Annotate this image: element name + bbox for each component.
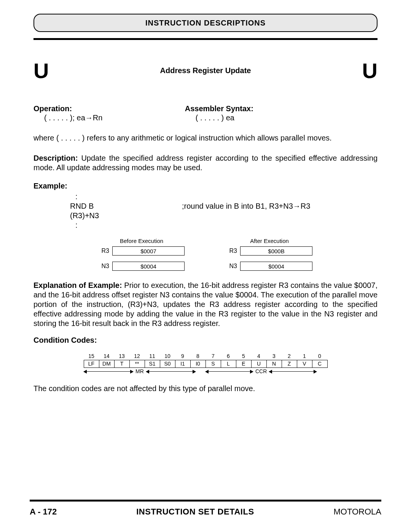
cc-flag: I0 <box>190 360 206 367</box>
cc-flag: Z <box>282 360 297 367</box>
condition-codes-diagram: 15 14 13 12 11 10 9 8 7 6 5 4 3 2 1 0 <box>33 352 378 375</box>
example-dots-top: : <box>33 192 117 201</box>
cc-bit: 8 <box>190 352 206 360</box>
cc-note: The condition codes are not affected by … <box>33 384 378 393</box>
register-box: $0004 <box>112 262 185 271</box>
description-label: Description: <box>33 154 78 162</box>
footer-rule <box>30 500 381 502</box>
assembler-label: Assembler Syntax: <box>185 104 378 113</box>
example-code: RND B (R3)+N3 <box>33 201 117 220</box>
operation-text: ( . . . . . ); ea→Rn <box>33 113 185 123</box>
cc-flag: V <box>297 360 312 367</box>
cc-flag: S1 <box>145 360 160 367</box>
footer-manufacturer: MOTOROLA <box>333 507 381 517</box>
page-footer: A - 172 INSTRUCTION SET DETAILS MOTOROLA <box>30 500 381 517</box>
cc-flag: ** <box>129 360 145 367</box>
cc-arrows: MR CCR <box>84 369 328 375</box>
condition-codes-label: Condition Codes: <box>33 336 378 345</box>
register-name: N3 <box>226 263 237 270</box>
register-name: N3 <box>99 263 109 270</box>
register-box: $000B <box>240 246 312 256</box>
section-header: INSTRUCTION DESCRIPTIONS <box>33 14 378 32</box>
register-row: N3 $0004 <box>99 262 185 271</box>
cc-bit: 14 <box>99 352 114 360</box>
cc-bit: 10 <box>160 352 175 360</box>
cc-bit: 3 <box>266 352 282 360</box>
example-label: Example: <box>33 182 378 190</box>
ccr-label: CCR <box>253 368 269 374</box>
example-comment: ;round value in B into B1, R3+N3→R3 <box>182 201 378 220</box>
register-row: N3 $0004 <box>226 262 312 271</box>
cc-bits-row: 15 14 13 12 11 10 9 8 7 6 5 4 3 2 1 0 <box>84 352 327 360</box>
mnemonic-left: U <box>33 58 49 83</box>
cc-flag: U <box>251 360 266 367</box>
footer-page-number: A - 172 <box>30 507 57 517</box>
cc-flag: LF <box>84 360 99 367</box>
cc-bit: 15 <box>84 352 99 360</box>
operation-label: Operation: <box>33 104 185 113</box>
explanation-paragraph: Explanation of Example: Prior to executi… <box>33 281 378 328</box>
example-block: : RND B (R3)+N3 ;round value in B into B… <box>33 192 378 230</box>
after-execution-label: After Execution <box>250 238 289 244</box>
register-box: $0004 <box>240 262 312 271</box>
cc-bit: 1 <box>297 352 312 360</box>
example-dots-bottom: : <box>33 220 117 230</box>
description-paragraph: Description: Update the specified addres… <box>33 153 378 173</box>
cc-flag: I1 <box>175 360 190 367</box>
explanation-label: Explanation of Example: <box>33 281 122 289</box>
cc-flag: S0 <box>160 360 175 367</box>
register-diagram: Before Execution R3 $0007 N3 $0004 After… <box>33 238 378 277</box>
cc-bit: 9 <box>175 352 190 360</box>
instruction-subtitle: Address Register Update <box>160 66 251 75</box>
cc-flag: T <box>114 360 129 367</box>
cc-bit: 7 <box>206 352 221 360</box>
cc-flag: E <box>236 360 251 367</box>
register-name: R3 <box>226 248 237 254</box>
header-rule <box>33 38 378 40</box>
cc-bit: 0 <box>312 352 327 360</box>
register-row: R3 $000B <box>226 246 312 256</box>
cc-names-row: LF DM T ** S1 S0 I1 I0 S L E U N Z V C <box>84 360 327 367</box>
assembler-text: ( . . . . . ) ea <box>185 113 378 123</box>
cc-flag: S <box>206 360 221 367</box>
cc-flag: C <box>312 360 327 367</box>
mr-label: MR <box>133 368 146 374</box>
cc-bit: 11 <box>145 352 160 360</box>
cc-bit: 4 <box>251 352 266 360</box>
register-row: R3 $0007 <box>99 246 185 256</box>
instruction-title-row: U Address Register Update U <box>33 58 378 83</box>
register-col-after: After Execution R3 $000B N3 $0004 <box>226 238 312 277</box>
cc-table: 15 14 13 12 11 10 9 8 7 6 5 4 3 2 1 0 <box>84 352 328 368</box>
before-execution-label: Before Execution <box>120 238 163 244</box>
register-box: $0007 <box>112 246 185 256</box>
section-header-text: INSTRUCTION DESCRIPTIONS <box>145 19 266 27</box>
operation-syntax-row: Operation: ( . . . . . ); ea→Rn Assemble… <box>33 104 378 123</box>
cc-flag: N <box>266 360 282 367</box>
where-paragraph: where ( . . . . . ) refers to any arithm… <box>33 133 378 143</box>
cc-bit: 12 <box>129 352 145 360</box>
cc-bit: 6 <box>221 352 236 360</box>
mnemonic-right: U <box>362 58 378 83</box>
cc-bit: 13 <box>114 352 129 360</box>
cc-flag: DM <box>99 360 114 367</box>
cc-bit: 2 <box>282 352 297 360</box>
cc-bit: 5 <box>236 352 251 360</box>
cc-flag: L <box>221 360 236 367</box>
description-text: Update the specified address register ac… <box>33 154 378 172</box>
footer-center-title: INSTRUCTION SET DETAILS <box>136 507 254 517</box>
register-name: R3 <box>99 248 109 254</box>
register-col-before: Before Execution R3 $0007 N3 $0004 <box>99 238 185 277</box>
